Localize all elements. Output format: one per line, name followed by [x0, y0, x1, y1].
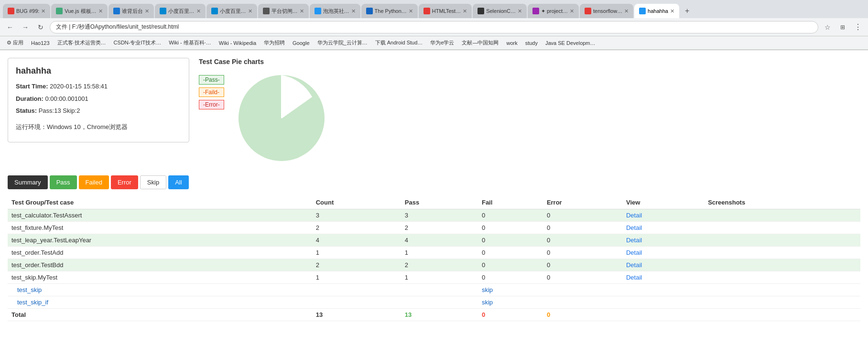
bookmark-cnki[interactable]: 文献—中国知网 — [459, 38, 501, 47]
menu-button[interactable]: ⋮ — [852, 21, 864, 33]
tab-bar: BUG #99: ✕ Vue.js 模板… ✕ 谁背后台 ✕ 小度百里… ✕ 小… — [0, 0, 868, 18]
tab-hahahha[interactable]: hahahha ✕ — [634, 4, 679, 18]
tab-favicon — [56, 8, 63, 14]
row-view[interactable]: Detail — [622, 209, 704, 222]
tab-close-icon[interactable]: ✕ — [624, 8, 629, 14]
row-view[interactable]: Detail — [622, 259, 704, 271]
chart-area: Test Case Pie charts -Pass- -Faild- -Err… — [199, 58, 329, 166]
tab-close-icon[interactable]: ✕ — [570, 8, 574, 14]
detail-link[interactable]: Detail — [626, 249, 642, 256]
bookmark-wiki-zh[interactable]: Wiki - 维基百科·… — [166, 38, 214, 47]
tab-9[interactable]: HTMLTest… ✕ — [419, 4, 472, 18]
tab-5[interactable]: 小度百里… ✕ — [206, 4, 257, 18]
tab-close-icon[interactable]: ✕ — [463, 8, 467, 14]
env-row: 运行环境：Windows 10，Chrome浏览器 — [16, 122, 181, 132]
bookmark-label: Wiki - Wikipedia — [219, 40, 256, 46]
filter-error-button[interactable]: Error — [111, 175, 138, 189]
tab-close-icon[interactable]: ✕ — [300, 8, 304, 14]
filter-all-button[interactable]: All — [168, 175, 188, 189]
detail-link[interactable]: Detail — [626, 261, 642, 269]
row-fail: 0 — [478, 247, 543, 259]
tab-10[interactable]: SelenionC… ✕ — [473, 4, 527, 18]
page-content: hahahha Start Time: 2020-01-15 15:58:41 … — [0, 50, 868, 329]
row-view[interactable]: Detail — [622, 271, 704, 284]
bookmark-huawei-cloud[interactable]: 华为云学院_云计算… — [315, 38, 370, 47]
tab-close-icon[interactable]: ✕ — [248, 8, 252, 14]
tab-bug[interactable]: BUG #99: ✕ — [3, 4, 50, 18]
bookmark-google[interactable]: Google — [290, 39, 312, 47]
bookmark-apps[interactable]: ⚙ 应用 — [4, 38, 26, 47]
skip-screenshots — [704, 296, 860, 309]
tab-favicon — [532, 8, 539, 14]
skip-row: test_skip skip — [8, 284, 860, 296]
bookmark-work[interactable]: work — [503, 39, 520, 47]
forward-button[interactable]: → — [19, 21, 32, 33]
bookmark-wiki-en[interactable]: Wiki - Wikipedia — [216, 39, 259, 47]
bookmark-hao123[interactable]: Hao123 — [28, 39, 53, 47]
tab-vue[interactable]: Vue.js 模板… ✕ — [51, 4, 107, 18]
tab-close-icon[interactable]: ✕ — [41, 8, 45, 14]
bookmark-huawei[interactable]: 华为招聘 — [261, 38, 288, 47]
detail-link[interactable]: Detail — [626, 224, 642, 231]
tab-close-icon[interactable]: ✕ — [409, 8, 413, 14]
tab-12[interactable]: tensorflow… ✕ — [580, 4, 633, 18]
tab-close-icon[interactable]: ✕ — [145, 8, 149, 14]
bookmark-star[interactable]: ☆ — [821, 21, 834, 33]
bookmark-java[interactable]: Java SE Developm… — [542, 39, 598, 47]
bookmark-android[interactable]: 下载 Android Stud… — [372, 38, 426, 47]
tab-11[interactable]: ✦ project… ✕ — [528, 4, 579, 18]
detail-link[interactable]: Detail — [626, 274, 642, 281]
skip-pass — [401, 296, 478, 309]
extensions-button[interactable]: ⊞ — [836, 21, 849, 33]
tab-label: 小度百里… — [168, 8, 195, 15]
tab-favicon — [366, 8, 373, 14]
row-view[interactable]: Detail — [622, 222, 704, 234]
total-row: Total 13 13 0 0 — [8, 309, 860, 321]
row-fail: 0 — [478, 259, 543, 271]
reload-button[interactable]: ↻ — [34, 21, 47, 33]
row-name: test_order.TestAdd — [8, 247, 312, 259]
bookmark-zhengshi[interactable]: 正式客·技术运营类… — [54, 38, 109, 47]
skip-view — [622, 296, 704, 309]
tab-8[interactable]: The Python… ✕ — [361, 4, 418, 18]
total-label: Total — [8, 309, 312, 321]
bookmark-csdn[interactable]: CSDN-专业IT技术… — [111, 38, 164, 47]
filter-skip-button[interactable]: Skip — [140, 175, 166, 189]
row-view[interactable]: Detail — [622, 247, 704, 259]
report-title: hahahha — [16, 66, 181, 76]
tab-6[interactable]: 平台切闸… ✕ — [258, 4, 309, 18]
bookmark-huawei-e[interactable]: 华为e学云 — [427, 38, 457, 47]
tab-close-icon[interactable]: ✕ — [196, 8, 201, 14]
tab-favicon — [423, 8, 430, 14]
tab-close-icon[interactable]: ✕ — [351, 8, 356, 14]
tab-close-icon[interactable]: ✕ — [670, 8, 674, 14]
tab-7[interactable]: 泡泡英社… ✕ — [310, 4, 360, 18]
row-screenshots — [704, 222, 860, 234]
skip-name: test_skip — [8, 284, 312, 296]
tab-3[interactable]: 谁背后台 ✕ — [108, 4, 154, 18]
filter-failed-button[interactable]: Failed — [79, 175, 109, 189]
detail-link[interactable]: Detail — [626, 212, 642, 219]
filter-summary-button[interactable]: Summary — [8, 175, 48, 189]
tab-close-icon[interactable]: ✕ — [518, 8, 522, 14]
bookmark-study[interactable]: study — [522, 39, 541, 47]
total-view — [622, 309, 704, 321]
legend-pass[interactable]: -Pass- — [199, 75, 224, 85]
new-tab-button[interactable]: + — [680, 4, 693, 18]
back-button[interactable]: ← — [4, 21, 16, 33]
row-screenshots — [704, 209, 860, 222]
tab-label: HTMLTest… — [432, 8, 461, 14]
row-count: 2 — [312, 222, 401, 234]
tab-close-icon[interactable]: ✕ — [98, 8, 103, 14]
row-view[interactable]: Detail — [622, 234, 704, 247]
bookmark-label: study — [525, 40, 538, 46]
status-row: Status: Pass:13 Skip:2 — [16, 106, 181, 116]
address-bar[interactable] — [50, 21, 818, 33]
tab-4[interactable]: 小度百里… ✕ — [155, 4, 206, 18]
legend-error[interactable]: -Error- — [199, 100, 224, 109]
browser-chrome: BUG #99: ✕ Vue.js 模板… ✕ 谁背后台 ✕ 小度百里… ✕ 小… — [0, 0, 868, 50]
filter-pass-button[interactable]: Pass — [50, 175, 77, 189]
results-table: Test Group/Test case Count Pass Fail Err… — [8, 196, 860, 321]
legend-fail[interactable]: -Faild- — [199, 87, 224, 97]
detail-link[interactable]: Detail — [626, 237, 642, 244]
